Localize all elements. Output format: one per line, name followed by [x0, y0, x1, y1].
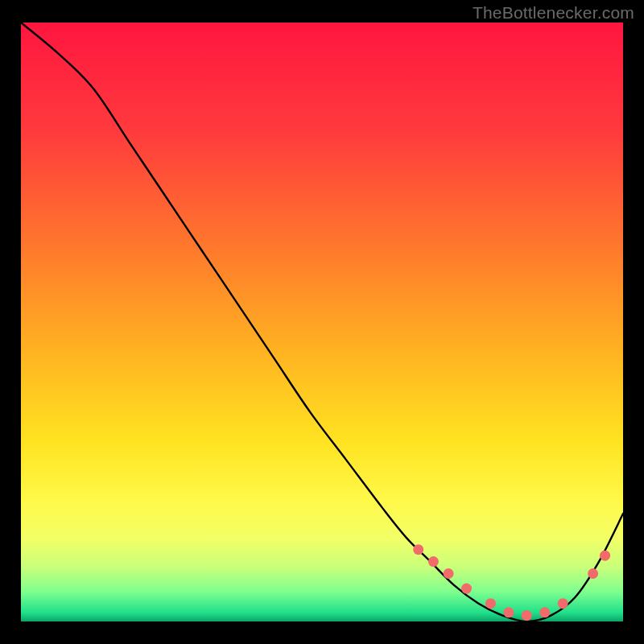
bottleneck-chart [0, 0, 644, 644]
marker-dot [539, 607, 550, 617]
marker-dot [558, 598, 568, 609]
marker-dot [503, 607, 514, 617]
marker-dot [461, 584, 472, 594]
marker-dot [588, 568, 598, 579]
chart-stage: TheBottlenecker.com [0, 0, 644, 644]
marker-dot [413, 544, 423, 555]
marker-dot [444, 568, 454, 579]
marker-dot [428, 556, 439, 567]
marker-dot [600, 551, 610, 561]
marker-dot [485, 598, 496, 609]
chart-background [21, 23, 623, 621]
marker-dot [522, 610, 532, 621]
